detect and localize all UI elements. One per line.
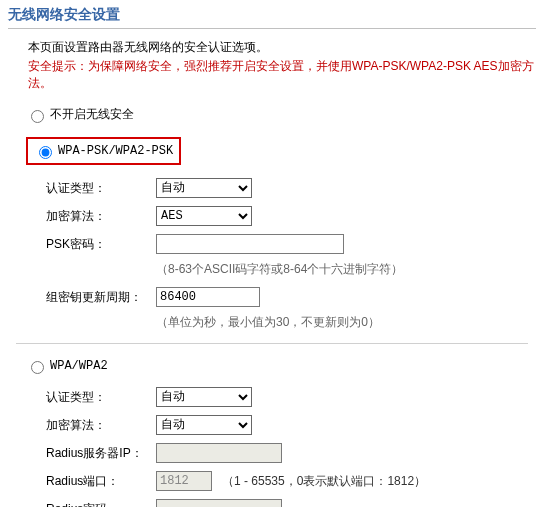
psk-password-input[interactable] bbox=[156, 234, 344, 254]
wpa-auth-label: 认证类型： bbox=[46, 389, 156, 406]
option-none-radio[interactable] bbox=[31, 110, 44, 123]
option-psk-radio[interactable] bbox=[39, 146, 52, 159]
option-psk-row: WPA-PSK/WPA2-PSK bbox=[26, 137, 536, 165]
psk-cipher-select[interactable]: AES bbox=[156, 206, 252, 226]
option-psk-highlight: WPA-PSK/WPA2-PSK bbox=[26, 137, 181, 165]
intro-text: 本页面设置路由器无线网络的安全认证选项。 bbox=[28, 39, 536, 56]
radius-pwd-input bbox=[156, 499, 282, 507]
psk-groupkey-label: 组密钥更新周期： bbox=[46, 289, 156, 306]
option-psk-label: WPA-PSK/WPA2-PSK bbox=[58, 144, 173, 158]
radius-port-hint: （1 - 65535，0表示默认端口：1812） bbox=[222, 473, 426, 490]
psk-password-hint: （8-63个ASCII码字符或8-64个十六进制字符） bbox=[156, 261, 536, 278]
option-wpa-row: WPA/WPA2 bbox=[26, 358, 536, 374]
title-divider bbox=[8, 28, 536, 29]
radius-pwd-label: Radius密码： bbox=[46, 501, 156, 508]
radius-port-label: Radius端口： bbox=[46, 473, 156, 490]
security-warning: 安全提示：为保障网络安全，强烈推荐开启安全设置，并使用WPA-PSK/WPA2-… bbox=[28, 58, 536, 92]
psk-password-label: PSK密码： bbox=[46, 236, 156, 253]
page-title: 无线网络安全设置 bbox=[8, 6, 536, 24]
wpa-cipher-select[interactable]: 自动 bbox=[156, 415, 252, 435]
psk-groupkey-input[interactable] bbox=[156, 287, 260, 307]
psk-auth-label: 认证类型： bbox=[46, 180, 156, 197]
option-wpa-radio[interactable] bbox=[31, 361, 44, 374]
psk-cipher-label: 加密算法： bbox=[46, 208, 156, 225]
psk-auth-select[interactable]: 自动 bbox=[156, 178, 252, 198]
wpa-auth-select[interactable]: 自动 bbox=[156, 387, 252, 407]
wpa-cipher-label: 加密算法： bbox=[46, 417, 156, 434]
option-none-row: 不开启无线安全 bbox=[26, 106, 536, 123]
radius-port-input bbox=[156, 471, 212, 491]
radius-ip-label: Radius服务器IP： bbox=[46, 445, 156, 462]
option-none-label: 不开启无线安全 bbox=[50, 106, 134, 123]
radius-ip-input bbox=[156, 443, 282, 463]
option-wpa-label: WPA/WPA2 bbox=[50, 359, 108, 373]
section-divider bbox=[16, 343, 528, 344]
psk-groupkey-hint: （单位为秒，最小值为30，不更新则为0） bbox=[156, 314, 536, 331]
